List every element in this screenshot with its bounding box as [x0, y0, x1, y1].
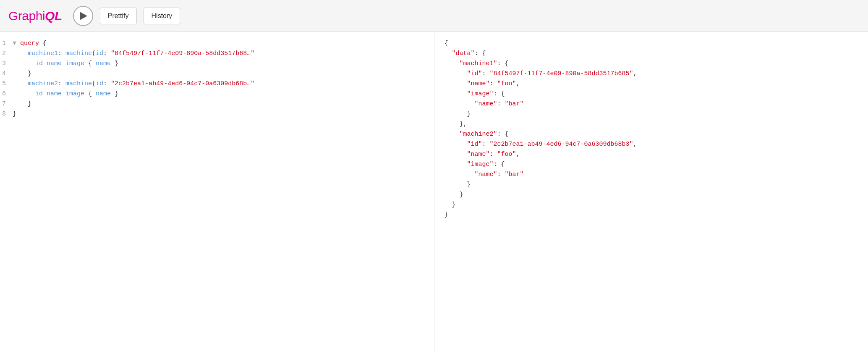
result-line: "image": {	[434, 160, 868, 170]
result-line-content: }	[434, 200, 862, 210]
execute-button[interactable]	[73, 6, 93, 26]
line-content: ▼ query {	[13, 39, 427, 49]
history-button[interactable]: History	[144, 8, 180, 24]
result-viewer: { "data": { "machine1": { "id": "84f5497…	[434, 32, 868, 352]
line-content: id name image { name }	[13, 59, 427, 69]
result-line-content: "name": "bar"	[434, 99, 862, 109]
editor-line: 7 }	[0, 99, 434, 109]
editor-line: 5 machine2: machine(id: "2c2b7ea1-ab49-4…	[0, 79, 434, 89]
result-line: }	[434, 210, 868, 220]
result-line: }	[434, 109, 868, 119]
logo-graphi: Graphi	[8, 9, 45, 23]
editor-line: 8}	[0, 109, 434, 119]
result-line: "machine2": {	[434, 129, 868, 139]
logo-ql: QL	[45, 9, 62, 23]
result-line-content: }	[434, 109, 862, 119]
app: GraphiQL Prettify History 1▼ query {2 ma…	[0, 0, 868, 352]
result-line: "name": "foo",	[434, 150, 868, 160]
line-number: 3	[0, 59, 13, 69]
editor-line: 6 id name image { name }	[0, 89, 434, 99]
app-logo: GraphiQL	[8, 9, 62, 23]
result-line-content: "id": "2c2b7ea1-ab49-4ed6-94c7-0a6309db6…	[434, 139, 862, 150]
result-line-content: "data": {	[434, 49, 862, 59]
line-number: 7	[0, 99, 13, 109]
result-line-content: }	[434, 190, 862, 200]
result-line-content: "name": "foo",	[434, 79, 862, 89]
result-line: "id": "2c2b7ea1-ab49-4ed6-94c7-0a6309db6…	[434, 139, 868, 150]
result-line-content: "image": {	[434, 89, 862, 99]
editor-line: 2 machine1: machine(id: "84f5497f-11f7-4…	[0, 49, 434, 59]
result-line-content: "machine1": {	[434, 59, 862, 69]
line-number: 8	[0, 109, 13, 119]
result-line: "machine1": {	[434, 59, 868, 69]
result-line: }	[434, 200, 868, 210]
line-number: 1	[0, 39, 13, 49]
result-line: "name": "foo",	[434, 79, 868, 89]
result-line-content: "image": {	[434, 160, 862, 170]
toolbar: GraphiQL Prettify History	[0, 0, 868, 32]
prettify-button[interactable]: Prettify	[100, 8, 137, 24]
line-content: }	[13, 69, 427, 79]
result-line: "image": {	[434, 89, 868, 99]
result-line: "data": {	[434, 49, 868, 59]
result-line-content: "machine2": {	[434, 129, 862, 139]
result-line-content: "name": "bar"	[434, 170, 862, 180]
play-icon	[80, 12, 87, 20]
line-content: machine2: machine(id: "2c2b7ea1-ab49-4ed…	[13, 79, 427, 89]
history-label: History	[152, 12, 173, 20]
line-content: }	[13, 99, 427, 109]
line-number: 2	[0, 49, 13, 59]
query-editor-pane[interactable]: 1▼ query {2 machine1: machine(id: "84f54…	[0, 32, 434, 352]
editor-line: 4 }	[0, 69, 434, 79]
result-line: {	[434, 39, 868, 49]
result-line: },	[434, 119, 868, 129]
result-line: }	[434, 180, 868, 190]
result-pane: { "data": { "machine1": { "id": "84f5497…	[434, 32, 868, 352]
result-line-content: }	[434, 210, 862, 220]
line-content: id name image { name }	[13, 89, 427, 99]
result-line-content: "id": "84f5497f-11f7-4e09-890a-58dd3517b…	[434, 69, 862, 79]
result-line: "name": "bar"	[434, 99, 868, 109]
line-content: machine1: machine(id: "84f5497f-11f7-4e0…	[13, 49, 427, 59]
result-line-content: },	[434, 119, 862, 129]
query-editor[interactable]: 1▼ query {2 machine1: machine(id: "84f54…	[0, 32, 434, 352]
line-number: 5	[0, 79, 13, 89]
result-line: "name": "bar"	[434, 170, 868, 180]
result-line: "id": "84f5497f-11f7-4e09-890a-58dd3517b…	[434, 69, 868, 79]
result-line-content: {	[434, 39, 862, 49]
result-line-content: "name": "foo",	[434, 150, 862, 160]
result-line: }	[434, 190, 868, 200]
editor-line: 3 id name image { name }	[0, 59, 434, 69]
line-number: 4	[0, 69, 13, 79]
result-line-content: }	[434, 180, 862, 190]
main-area: 1▼ query {2 machine1: machine(id: "84f54…	[0, 32, 868, 352]
editor-line: 1▼ query {	[0, 39, 434, 49]
line-content: }	[13, 109, 427, 119]
prettify-label: Prettify	[108, 12, 129, 20]
line-number: 6	[0, 89, 13, 99]
